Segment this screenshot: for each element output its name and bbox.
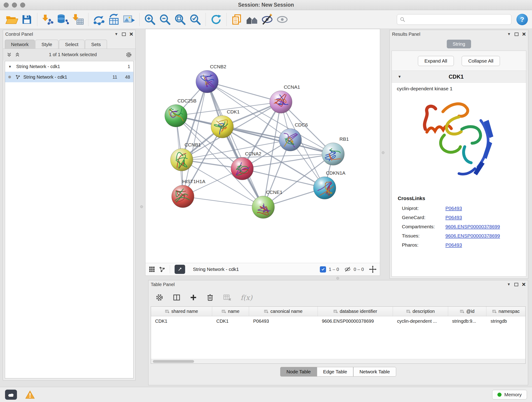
clone-network-button[interactable] [106,12,121,27]
panel-menu-icon[interactable]: ▼ [114,32,118,36]
share-network-icon[interactable] [159,266,165,273]
tab-edge-table[interactable]: Edge Table [317,367,353,376]
main-toolbar: ? [0,10,532,29]
scrollbar-thumb[interactable] [153,360,194,363]
collapse-all-button[interactable]: Collapse All [462,56,500,66]
results-panel: Results Panel ▼ × String Expand All Coll… [389,30,528,279]
tab-sets[interactable]: Sets [85,40,107,49]
network-node[interactable]: CDC25B [165,98,196,127]
close-panel-icon[interactable]: × [522,32,526,36]
import-network-file-button[interactable] [40,12,55,27]
column-type-icon [333,309,338,313]
expand-all-button[interactable]: Expand All [418,56,454,66]
tab-network[interactable]: Network [5,40,35,49]
crosslink-link[interactable]: 9606.ENSP00000378699 [445,233,500,239]
crosslink-link[interactable]: P06493 [445,206,462,211]
cloud-services-button[interactable] [5,390,17,400]
panel-menu-icon[interactable]: ▼ [507,282,511,287]
column-header-shared-name[interactable]: shared name [151,307,212,316]
show-graphics-details-button[interactable] [275,12,290,27]
save-session-button[interactable] [19,12,34,27]
help-button[interactable]: ? [516,14,528,25]
table-panel: Table Panel ▼ × [148,280,528,385]
new-network-button[interactable] [91,12,106,27]
show-columns-icon[interactable] [173,294,181,301]
birds-eye-view-icon[interactable] [149,266,155,273]
network-edge[interactable] [242,169,325,188]
float-panel-icon[interactable] [515,32,519,36]
zoom-selected-button[interactable] [188,12,203,27]
search-input[interactable] [405,17,508,22]
network-collection-row[interactable]: ▼ String Network - cdk1 1 [5,61,133,72]
tab-string[interactable]: String [447,40,471,48]
zoom-in-button[interactable] [142,12,157,27]
network-canvas[interactable]: CCNB2CCNA1CDC25BCDK1CDC6RB1CCNB1CCNA2CDK… [146,29,380,263]
crosslink-link[interactable]: 9606.ENSP00000378699 [445,224,500,230]
selected-node-edge-counts: 1 – 0 [329,267,339,272]
tab-node-table[interactable]: Node Table [280,367,317,376]
add-column-icon[interactable] [190,294,197,301]
tab-network-table[interactable]: Network Table [353,367,396,376]
import-network-database-icon [56,13,69,26]
column-header-name[interactable]: name [212,307,249,316]
float-panel-icon[interactable] [122,32,126,36]
zoom-out-button[interactable] [157,12,172,27]
column-header-canonical-name[interactable]: canonical name [249,307,318,316]
network-edge[interactable] [207,82,281,102]
column-header-id[interactable]: @id [448,307,487,316]
memory-button[interactable]: Memory [492,390,527,400]
close-panel-icon[interactable]: × [129,32,133,36]
float-panel-icon[interactable] [514,283,518,286]
network-node[interactable]: HIST1H1A [172,179,205,208]
close-panel-icon[interactable]: × [522,282,526,287]
column-type-icon [492,309,497,313]
network-node[interactable]: RB1 [322,136,349,165]
open-in-new-window-button[interactable] [175,265,185,274]
fit-selected-crosshair-icon[interactable] [369,265,377,273]
table-settings-gear-icon[interactable] [155,293,164,302]
crosslink-link[interactable]: P06493 [445,242,462,248]
column-header-description[interactable]: description [393,307,448,316]
warning-icon[interactable] [25,390,35,399]
import-table-button[interactable] [70,12,85,27]
gene-section-header[interactable]: ▼ CDK1 [392,71,526,83]
gear-icon[interactable] [125,51,132,58]
open-session-button[interactable] [4,12,19,27]
left-splitter-handle[interactable] [140,205,143,208]
tab-select[interactable]: Select [59,40,85,49]
selected-checkbox-icon[interactable] [320,266,326,273]
expand-all-icon[interactable] [6,52,12,58]
column-type-icon [165,309,170,313]
search-icon [400,17,405,22]
network-node[interactable]: CCNB2 [196,64,226,93]
network-node[interactable]: CDK1 [211,109,240,138]
network-search-field[interactable] [397,14,511,25]
collapse-all-icon[interactable] [14,52,20,58]
node-label: CCNA2 [245,151,261,156]
column-header-database-identifier[interactable]: database identifier [318,307,393,316]
import-network-database-button[interactable] [55,12,70,27]
network-edge[interactable] [207,82,263,207]
tab-style[interactable]: Style [35,40,58,49]
table-row[interactable]: CDK1 CDK1 P06493 9606.ENSP00000378699 cy… [151,316,525,326]
crosslink-row: Tissues: 9606.ENSP00000378699 [392,231,526,240]
bottom-splitter-handle[interactable] [336,277,339,280]
delete-column-icon[interactable] [206,294,214,301]
current-network-dot-icon [8,76,11,78]
table-horizontal-scrollbar[interactable] [151,359,525,364]
crosslink-link[interactable]: P06493 [445,215,462,220]
network-node[interactable]: CCNA1 [270,84,300,113]
copy-document-button[interactable] [229,12,244,27]
network-row[interactable]: String Network - cdk1 11 48 [5,72,133,82]
zoom-fit-button[interactable] [172,12,188,27]
right-splitter-handle[interactable] [382,151,385,154]
section-caret-icon[interactable]: ▼ [398,75,401,79]
hide-graphics-details-button[interactable] [260,12,275,27]
cytoscape-home-button[interactable] [244,12,260,27]
export-image-button[interactable] [121,12,137,27]
apply-layout-button[interactable] [209,12,224,27]
tree-caret-icon[interactable]: ▼ [8,65,12,69]
panel-menu-icon[interactable]: ▼ [507,32,511,36]
column-header-namespace[interactable]: namespac [486,307,525,316]
network-edge[interactable] [183,196,263,207]
